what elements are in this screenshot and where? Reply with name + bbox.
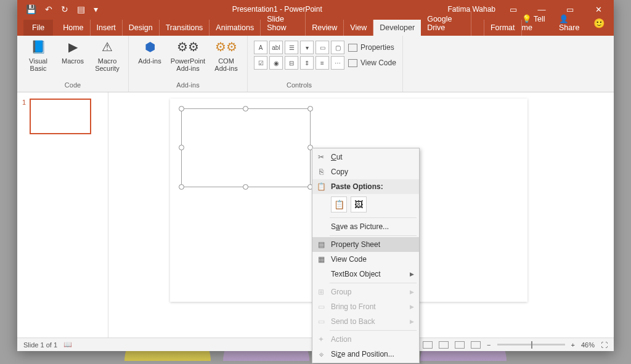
notes-icon[interactable]: 📖 xyxy=(63,341,72,349)
macros-button[interactable]: ▶Macros xyxy=(58,38,88,65)
minimize-button[interactable]: — xyxy=(531,5,552,14)
ribbon-tabs: File Home Insert Design Transitions Anim… xyxy=(17,18,614,36)
control-spin[interactable]: ⇕ xyxy=(300,56,314,70)
tab-animations[interactable]: Animations xyxy=(210,20,261,36)
control-combobox[interactable]: ▾ xyxy=(300,41,314,54)
control-option[interactable]: ◉ xyxy=(269,56,283,70)
chevron-right-icon: ▶ xyxy=(410,271,414,277)
selected-textbox[interactable] xyxy=(181,108,311,187)
menu-group: ⊞Group▶ xyxy=(312,285,419,299)
macros-icon: ▶ xyxy=(64,38,81,55)
slide-thumbnail[interactable] xyxy=(30,99,91,134)
tab-google-drive[interactable]: Google Drive xyxy=(421,11,471,36)
copy-icon: ⎘ xyxy=(316,167,326,177)
paste-picture[interactable]: 🖼 xyxy=(351,196,367,212)
slide-counter: Slide 1 of 1 xyxy=(23,341,57,349)
tab-transitions[interactable]: Transitions xyxy=(160,20,210,36)
group-icon: ⊞ xyxy=(316,287,326,297)
properties-button[interactable]: Properties xyxy=(348,41,396,54)
fit-to-window-button[interactable]: ⛶ xyxy=(601,341,608,349)
ribbon: 📘Visual Basic ▶Macros ⚠Macro Security Co… xyxy=(17,36,614,92)
action-icon: ✦ xyxy=(316,334,326,344)
menu-action: ✦Action xyxy=(312,332,419,347)
tab-view[interactable]: View xyxy=(344,20,373,36)
resize-handle[interactable] xyxy=(179,145,184,150)
control-scroll[interactable]: ≡ xyxy=(316,56,329,70)
menu-save-as-picture[interactable]: Save as Picture... xyxy=(312,219,419,234)
properties-icon: ▤ xyxy=(316,240,326,249)
menu-cut[interactable]: ✂Cut xyxy=(312,150,419,164)
menu-send-to-back: ▭Send to Back▶ xyxy=(312,314,419,329)
zoom-in-button[interactable]: + xyxy=(571,341,575,349)
tab-slideshow[interactable]: Slide Show xyxy=(261,11,306,36)
control-more[interactable]: ⋯ xyxy=(331,56,344,70)
control-textbox[interactable]: abl xyxy=(269,41,283,54)
tab-home[interactable]: Home xyxy=(57,20,90,36)
qat-customize-icon[interactable]: ▾ xyxy=(94,4,98,14)
menu-view-code[interactable]: ▦View Code xyxy=(312,252,419,267)
paste-options: 📋 🖼 xyxy=(312,194,419,216)
group-label-addins: Add-ins xyxy=(135,81,241,91)
group-addins: ⬢Add-ins ⚙⚙PowerPoint Add-ins ⚙⚙COM Add-… xyxy=(129,36,248,92)
warning-icon: ⚠ xyxy=(99,38,116,55)
resize-handle[interactable] xyxy=(179,106,184,111)
menu-size-and-position[interactable]: ⟐Size and Position... xyxy=(312,347,419,362)
menu-textbox-object[interactable]: TextBox Object▶ xyxy=(312,267,419,281)
slideshow-view-button[interactable] xyxy=(471,341,481,349)
send-back-icon: ▭ xyxy=(316,317,326,326)
resize-handle[interactable] xyxy=(243,106,248,111)
slide-number: 1 xyxy=(22,99,26,134)
start-from-beginning-icon[interactable]: ▤ xyxy=(77,4,85,14)
control-toggle[interactable]: ⊟ xyxy=(285,56,298,70)
app-window: 💾 ↶ ↻ ▤ ▾ Presentation1 - PowerPoint Fat… xyxy=(17,0,614,351)
group-label-code: Code xyxy=(23,81,122,91)
close-button[interactable]: ✕ xyxy=(588,5,609,14)
powerpoint-addins-button[interactable]: ⚙⚙PowerPoint Add-ins xyxy=(169,38,206,72)
view-code-button[interactable]: View Code xyxy=(348,56,396,70)
sorter-view-button[interactable] xyxy=(439,341,449,349)
zoom-level[interactable]: 46% xyxy=(581,341,595,349)
control-image[interactable]: ▭ xyxy=(316,41,329,54)
context-menu: ✂Cut ⎘Copy 📋Paste Options: 📋 🖼 Save as P… xyxy=(312,148,420,363)
com-addins-button[interactable]: ⚙⚙COM Add-ins xyxy=(211,38,241,72)
tab-insert[interactable]: Insert xyxy=(91,20,123,36)
tab-review[interactable]: Review xyxy=(306,20,344,36)
paste-keep-formatting[interactable]: 📋 xyxy=(331,196,347,212)
tab-developer[interactable]: Developer xyxy=(373,20,421,36)
code-icon: ▦ xyxy=(316,254,326,264)
gear-icon: ⚙⚙ xyxy=(179,38,197,55)
tab-design[interactable]: Design xyxy=(123,20,160,36)
controls-grid: A abl ☰ ▾ ▭ ▢ ☑ ◉ ⊟ ⇕ ≡ ⋯ xyxy=(254,41,344,70)
thumbnail-pane[interactable]: 1 xyxy=(17,92,108,338)
group-label-controls: Controls xyxy=(254,78,344,91)
resize-handle[interactable] xyxy=(243,184,248,190)
save-icon[interactable]: 💾 xyxy=(26,4,36,14)
redo-icon[interactable]: ↻ xyxy=(61,4,68,14)
addins-button[interactable]: ⬢Add-ins xyxy=(135,38,165,65)
resize-handle[interactable] xyxy=(307,106,313,111)
macro-security-button[interactable]: ⚠Macro Security xyxy=(92,38,122,72)
undo-icon[interactable]: ↶ xyxy=(45,4,52,14)
tab-file[interactable]: File xyxy=(23,20,53,36)
menu-copy[interactable]: ⎘Copy xyxy=(312,164,419,179)
tab-format[interactable]: Format xyxy=(484,20,522,36)
group-code: 📘Visual Basic ▶Macros ⚠Macro Security Co… xyxy=(17,36,129,92)
visual-basic-button[interactable]: 📘Visual Basic xyxy=(23,38,53,72)
tell-me[interactable]: 💡 Tell me xyxy=(522,14,550,32)
control-label[interactable]: A xyxy=(254,41,267,54)
feedback-icon[interactable]: 🙂 xyxy=(593,18,605,29)
menu-property-sheet[interactable]: ▤Property Sheet xyxy=(312,237,419,252)
zoom-out-button[interactable]: − xyxy=(487,341,491,349)
control-frame[interactable]: ▢ xyxy=(331,41,344,54)
maximize-button[interactable]: ▭ xyxy=(560,5,580,14)
share-button[interactable]: 👤 Share xyxy=(559,14,584,32)
reading-view-button[interactable] xyxy=(455,341,465,349)
zoom-slider[interactable] xyxy=(497,344,565,346)
control-listbox[interactable]: ☰ xyxy=(285,41,298,54)
ribbon-display-icon[interactable]: ▭ xyxy=(503,5,524,14)
gear-icon: ⚙⚙ xyxy=(218,38,235,55)
normal-view-button[interactable] xyxy=(423,341,433,349)
control-checkbox[interactable]: ☑ xyxy=(254,56,267,70)
resize-handle[interactable] xyxy=(179,184,184,190)
addins-icon: ⬢ xyxy=(141,38,158,55)
